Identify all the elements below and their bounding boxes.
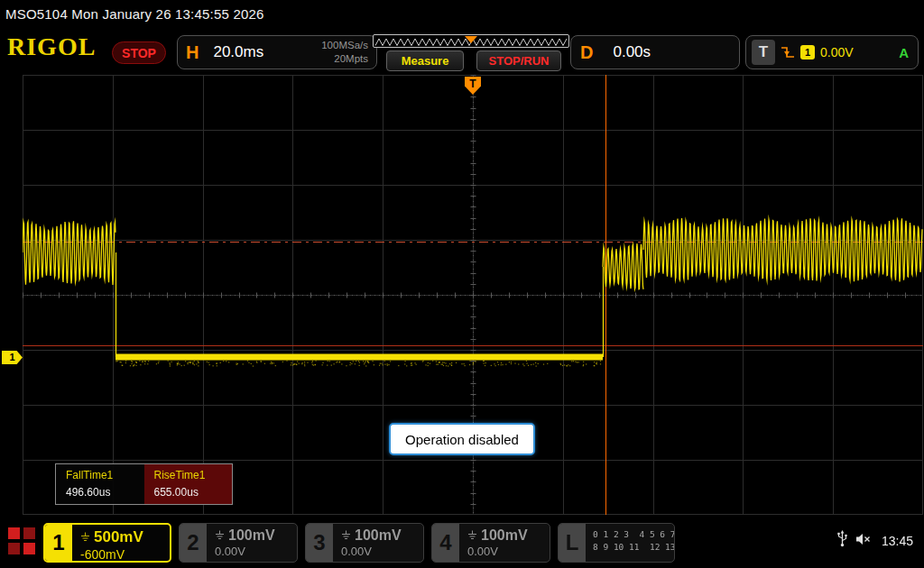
- channel-number: 4: [432, 524, 459, 562]
- channel-offset: 0.00V: [215, 545, 275, 558]
- channel-block-2[interactable]: 2 100mV 0.00V: [179, 523, 298, 563]
- channel-number: 1: [45, 525, 72, 561]
- coupling-icon: [215, 527, 225, 544]
- delay-label: D: [580, 42, 593, 63]
- speaker-muted-icon: [855, 533, 871, 549]
- measurement-value: 496.60us: [66, 486, 144, 499]
- digital-channels-block[interactable]: L 0 1 2 3 4 5 6 78 9 10 11 12 13 14 15: [558, 523, 675, 563]
- measurement-name: FallTime1: [66, 469, 144, 481]
- memory-waveform-icon: [374, 36, 568, 48]
- menu-icon[interactable]: [8, 527, 35, 554]
- measurement-name: RiseTime1: [154, 469, 233, 481]
- horizontal-settings-group[interactable]: H 20.0ms 100MSa/s 20Mpts: [177, 35, 377, 69]
- channel-scale: 500mV: [94, 528, 143, 546]
- measure-button[interactable]: Measure: [386, 50, 464, 71]
- channel-scale: 100mV: [355, 527, 402, 544]
- trigger-label: T: [752, 40, 775, 65]
- ch1-level-marker[interactable]: 1: [2, 351, 23, 364]
- trigger-source-badge: 1: [800, 45, 815, 60]
- channel-offset: -600mV: [80, 547, 143, 562]
- rigol-logo: RIGOL: [7, 32, 96, 61]
- channel-offset: 0.00V: [341, 545, 402, 558]
- trigger-group[interactable]: T 1 0.00V A: [745, 35, 919, 69]
- usb-icon: [836, 530, 848, 551]
- trigger-slope-icon: [781, 45, 795, 60]
- clock: 13:45: [882, 534, 913, 548]
- oscilloscope-screen: MSO5104 Mon January 26 13:45:55 2026 RIG…: [0, 0, 924, 568]
- channel-scale: 100mV: [228, 527, 275, 544]
- channel-offset: 0.00V: [467, 545, 528, 558]
- measurement-value: 655.00us: [154, 486, 233, 499]
- measurement-panel: FallTime1 496.60us RiseTime1 655.00us: [55, 463, 233, 505]
- delay-group[interactable]: D 0.00s: [570, 35, 740, 69]
- operation-disabled-popup: Operation disabled: [389, 423, 535, 455]
- model-and-datetime: MSO5104 Mon January 26 13:45:55 2026: [5, 6, 264, 22]
- channel-number: 3: [306, 524, 333, 562]
- coupling-icon: [467, 527, 477, 544]
- channel-block-4[interactable]: 4 100mV 0.00V: [431, 523, 550, 563]
- memory-overview-strip[interactable]: [373, 34, 569, 48]
- measurement-item[interactable]: RiseTime1 655.00us: [144, 464, 233, 504]
- coupling-icon: [341, 527, 351, 544]
- memory-depth: 20Mpts: [334, 53, 368, 64]
- channel-scale: 100mV: [481, 527, 528, 544]
- measurement-item[interactable]: FallTime1 496.60us: [56, 464, 144, 504]
- stop-run-button[interactable]: STOP/RUN: [476, 50, 561, 71]
- timebase-value: 20.0ms: [213, 43, 263, 61]
- channel-block-1[interactable]: 1 500mV -600mV: [43, 523, 171, 563]
- digital-label: L: [559, 524, 586, 562]
- digital-row2: 8 9 10 11 12 13 14 15: [593, 542, 675, 552]
- channel-number: 2: [180, 524, 207, 562]
- horizontal-label: H: [186, 42, 199, 63]
- coupling-icon: [80, 529, 90, 545]
- sweep-mode-indicator: A: [899, 45, 912, 60]
- digital-row1: 0 1 2 3 4 5 6 7: [593, 529, 675, 539]
- channel-block-3[interactable]: 3 100mV 0.00V: [305, 523, 424, 563]
- trigger-level-value: 0.00V: [820, 45, 854, 60]
- run-state-badge: STOP: [112, 41, 166, 64]
- sample-rate: 100MSa/s: [321, 40, 368, 50]
- delay-value: 0.00s: [613, 43, 651, 61]
